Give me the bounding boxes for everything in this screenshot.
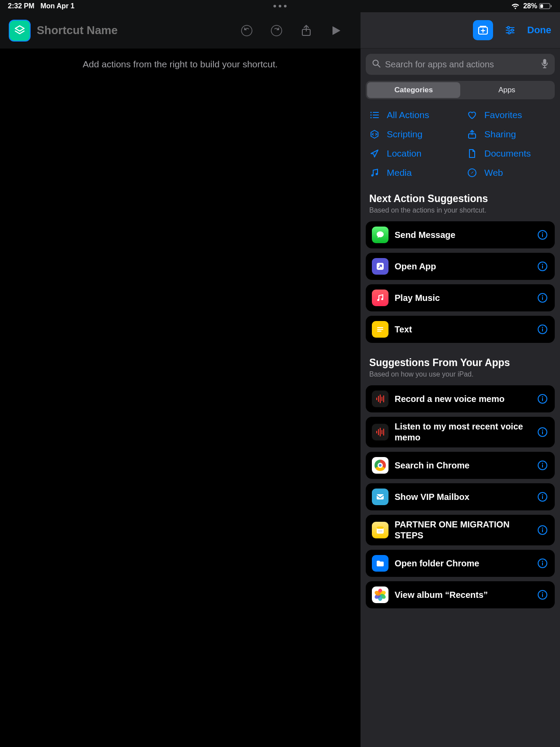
info-button[interactable] bbox=[536, 459, 549, 471]
shortcut-settings-button[interactable] bbox=[504, 24, 517, 37]
info-button[interactable] bbox=[536, 393, 549, 405]
action-label: Search in Chrome bbox=[395, 460, 530, 471]
category-label: Location bbox=[387, 148, 421, 159]
action-view-album-recents[interactable]: View album “Recents” bbox=[366, 581, 555, 608]
text-icon bbox=[372, 321, 388, 338]
library-segmented-control[interactable]: Categories Apps bbox=[366, 81, 555, 99]
action-show-vip-mailbox[interactable]: Show VIP Mailbox bbox=[366, 483, 555, 510]
info-button[interactable] bbox=[536, 589, 549, 601]
library-topbar: Done bbox=[360, 12, 560, 49]
share-icon bbox=[467, 129, 477, 140]
status-date: Mon Apr 1 bbox=[40, 2, 74, 10]
info-button[interactable] bbox=[536, 491, 549, 503]
svg-rect-1 bbox=[540, 4, 543, 8]
svg-rect-30 bbox=[542, 297, 543, 300]
action-open-note[interactable]: PARTNER ONE MIGRATION STEPS bbox=[366, 515, 555, 545]
run-button[interactable] bbox=[329, 24, 343, 38]
chrome-icon bbox=[372, 457, 388, 474]
redo-button[interactable] bbox=[270, 24, 284, 38]
svg-rect-25 bbox=[542, 265, 543, 269]
svg-point-4 bbox=[271, 25, 282, 36]
svg-rect-36 bbox=[542, 398, 543, 401]
shortcut-icon-chip[interactable] bbox=[9, 20, 31, 42]
files-icon bbox=[372, 555, 388, 572]
category-all-actions[interactable]: All Actions bbox=[369, 110, 454, 120]
messages-icon bbox=[372, 227, 388, 243]
svg-rect-46 bbox=[542, 496, 543, 499]
category-web[interactable]: Web bbox=[467, 168, 551, 178]
svg-rect-51 bbox=[542, 529, 543, 532]
action-text[interactable]: Text bbox=[366, 316, 555, 343]
category-scripting[interactable]: Scripting bbox=[369, 129, 454, 140]
action-label: PARTNER ONE MIGRATION STEPS bbox=[395, 519, 530, 541]
svg-rect-57 bbox=[542, 594, 543, 597]
svg-point-41 bbox=[542, 463, 543, 464]
action-open-app[interactable]: Open App bbox=[366, 253, 555, 280]
scripting-icon bbox=[369, 129, 380, 140]
segment-categories[interactable]: Categories bbox=[367, 82, 460, 98]
action-label: Show VIP Mailbox bbox=[395, 492, 530, 503]
info-button[interactable] bbox=[536, 524, 549, 536]
action-label: Text bbox=[395, 324, 530, 335]
info-button[interactable] bbox=[536, 426, 549, 438]
action-library-button[interactable] bbox=[473, 20, 493, 40]
category-documents[interactable]: Documents bbox=[467, 148, 551, 159]
action-label: Send Message bbox=[395, 230, 530, 241]
segment-apps[interactable]: Apps bbox=[460, 82, 553, 98]
svg-rect-2 bbox=[551, 5, 552, 7]
voicememo-icon bbox=[372, 391, 388, 407]
info-button[interactable] bbox=[536, 557, 549, 569]
svg-point-56 bbox=[542, 592, 543, 593]
action-label: Play Music bbox=[395, 293, 530, 304]
music-app-icon bbox=[372, 290, 388, 306]
doc-icon bbox=[467, 148, 477, 159]
status-bar: 2:32 PM Mon Apr 1 28% bbox=[0, 0, 560, 12]
safari-icon bbox=[467, 168, 477, 178]
multitask-indicator[interactable] bbox=[273, 5, 287, 7]
action-send-message[interactable]: Send Message bbox=[366, 221, 555, 248]
search-icon bbox=[372, 59, 381, 70]
search-field[interactable] bbox=[366, 54, 555, 75]
category-label: Scripting bbox=[387, 129, 423, 140]
section-title: Next Action Suggestions bbox=[369, 193, 551, 205]
category-sharing[interactable]: Sharing bbox=[467, 129, 551, 140]
category-favorites[interactable]: Favorites bbox=[467, 110, 551, 120]
done-button[interactable]: Done bbox=[527, 24, 551, 36]
category-label: Media bbox=[387, 168, 412, 178]
category-location[interactable]: Location bbox=[369, 148, 454, 159]
info-button[interactable] bbox=[536, 229, 549, 241]
svg-point-8 bbox=[511, 29, 514, 31]
svg-rect-54 bbox=[542, 562, 543, 565]
location-icon bbox=[369, 148, 380, 159]
search-input[interactable] bbox=[385, 59, 536, 70]
music-icon bbox=[369, 168, 380, 178]
next-suggestions-header: Next Action Suggestions Based on the act… bbox=[366, 188, 555, 216]
editor-pane: Add actions from the right to build your… bbox=[0, 12, 360, 747]
svg-point-17 bbox=[376, 173, 378, 175]
share-button[interactable] bbox=[299, 24, 313, 38]
category-media[interactable]: Media bbox=[369, 168, 454, 178]
list-icon bbox=[369, 110, 380, 120]
action-play-music[interactable]: Play Music bbox=[366, 284, 555, 311]
info-button[interactable] bbox=[536, 260, 549, 272]
info-button[interactable] bbox=[536, 292, 549, 304]
photos-icon bbox=[372, 586, 388, 603]
app-suggestions-list: Record a new voice memo Listen to my mos… bbox=[366, 385, 555, 617]
svg-point-27 bbox=[381, 298, 383, 300]
app-suggestions-header: Suggestions From Your Apps Based on how … bbox=[366, 352, 555, 380]
svg-point-53 bbox=[542, 561, 543, 562]
svg-rect-33 bbox=[542, 328, 543, 332]
svg-point-12 bbox=[371, 112, 372, 113]
dictate-icon[interactable] bbox=[541, 59, 549, 70]
svg-point-26 bbox=[377, 299, 379, 301]
svg-rect-21 bbox=[542, 234, 543, 237]
undo-button[interactable] bbox=[240, 24, 254, 38]
action-record-voice-memo[interactable]: Record a new voice memo bbox=[366, 385, 555, 412]
action-open-folder-chrome[interactable]: Open folder Chrome bbox=[366, 550, 555, 577]
heart-icon bbox=[467, 110, 477, 120]
action-search-chrome[interactable]: Search in Chrome bbox=[366, 452, 555, 479]
info-button[interactable] bbox=[536, 323, 549, 335]
action-listen-voice-memo[interactable]: Listen to my most recent voice memo bbox=[366, 417, 555, 447]
shortcut-name-input[interactable] bbox=[37, 24, 184, 37]
svg-point-20 bbox=[542, 232, 543, 234]
